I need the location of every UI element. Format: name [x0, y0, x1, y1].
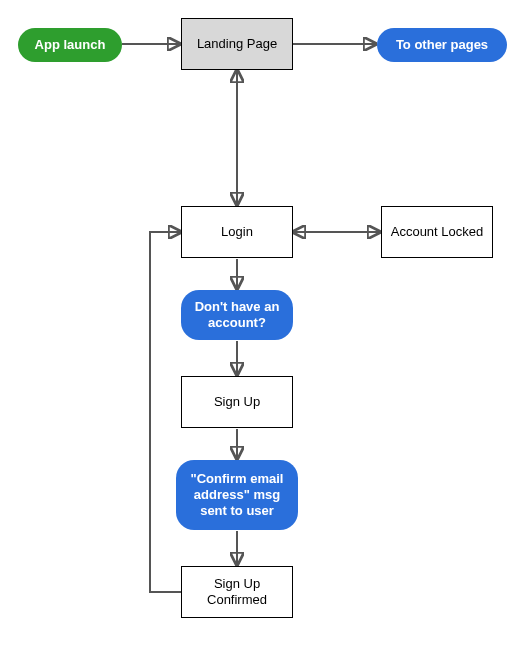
node-label: Landing Page — [197, 36, 277, 52]
node-label: Login — [221, 224, 253, 240]
node-label: To other pages — [396, 37, 488, 53]
node-no-account-question: Don't have an account? — [181, 290, 293, 340]
node-label: Account Locked — [391, 224, 484, 240]
node-label: App launch — [35, 37, 106, 53]
node-label: Don't have an account? — [189, 299, 285, 332]
node-to-other-pages: To other pages — [377, 28, 507, 62]
node-label: Sign Up Confirmed — [190, 576, 284, 609]
node-label: Sign Up — [214, 394, 260, 410]
node-app-launch: App launch — [18, 28, 122, 62]
node-sign-up-confirmed: Sign Up Confirmed — [181, 566, 293, 618]
node-label: "Confirm email address" msg sent to user — [184, 471, 290, 520]
node-confirm-email-msg: "Confirm email address" msg sent to user — [176, 460, 298, 530]
node-account-locked: Account Locked — [381, 206, 493, 258]
node-landing-page: Landing Page — [181, 18, 293, 70]
node-sign-up: Sign Up — [181, 376, 293, 428]
node-login: Login — [181, 206, 293, 258]
